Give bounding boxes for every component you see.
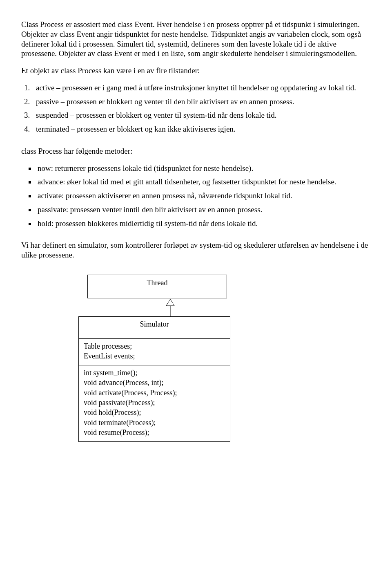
uml-operation: void resume(Process);: [84, 428, 225, 437]
states-list: active – prosessen er i gang med å utfør…: [21, 83, 371, 134]
uml-operation: void hold(Process);: [84, 408, 225, 417]
list-item: now: returnerer prosessens lokale tid (t…: [36, 163, 371, 173]
uml-operation: void passivate(Process);: [84, 398, 225, 408]
uml-diagram: Thread Simulator Table processes; EventL…: [78, 275, 262, 442]
methods-intro: class Process har følgende metoder:: [21, 146, 371, 156]
uml-operation: void advance(Process, int);: [84, 378, 225, 387]
simulator-intro: Vi har definert en simulator, som kontro…: [21, 240, 371, 260]
methods-list: now: returnerer prosessens lokale tid (t…: [21, 163, 371, 228]
uml-operations: int system_time(); void advance(Process,…: [79, 365, 230, 441]
uml-parent-name: Thread: [147, 279, 168, 287]
list-item: terminated – prosessen er blokkert og ka…: [32, 124, 371, 134]
uml-simulator-class: Simulator Table processes; EventList eve…: [78, 316, 230, 442]
uml-operation: int system_time();: [84, 368, 225, 378]
uml-attributes: Table processes; EventList events;: [79, 338, 230, 365]
svg-marker-0: [166, 299, 174, 306]
uml-operation: void activate(Process, Process);: [84, 388, 225, 398]
list-item: activate: prosessen aktiviserer en annen…: [36, 191, 371, 201]
list-item: passive – prosessen er blokkert og vente…: [32, 97, 371, 107]
list-item: active – prosessen er i gang med å utfør…: [32, 83, 371, 93]
list-item: advance: øker lokal tid med et gitt anta…: [36, 177, 371, 187]
uml-operation: void terminate(Process);: [84, 418, 225, 428]
uml-class-name: Simulator: [79, 317, 230, 338]
list-item: hold: prosessen blokkeres midlertidig ti…: [36, 219, 371, 228]
uml-attribute: Table processes;: [84, 341, 225, 351]
uml-parent-box: Thread: [87, 275, 227, 299]
list-item: passivate: prosessen venter inntil den b…: [36, 205, 371, 215]
intro-paragraph: Class Process er assosiert med class Eve…: [21, 20, 371, 58]
states-intro: Et objekt av class Process kan være i en…: [21, 66, 371, 76]
list-item: suspended – prosessen er blokkert og ven…: [32, 110, 371, 120]
uml-attribute: EventList events;: [84, 351, 225, 361]
generalization-arrow-icon: [162, 298, 178, 316]
